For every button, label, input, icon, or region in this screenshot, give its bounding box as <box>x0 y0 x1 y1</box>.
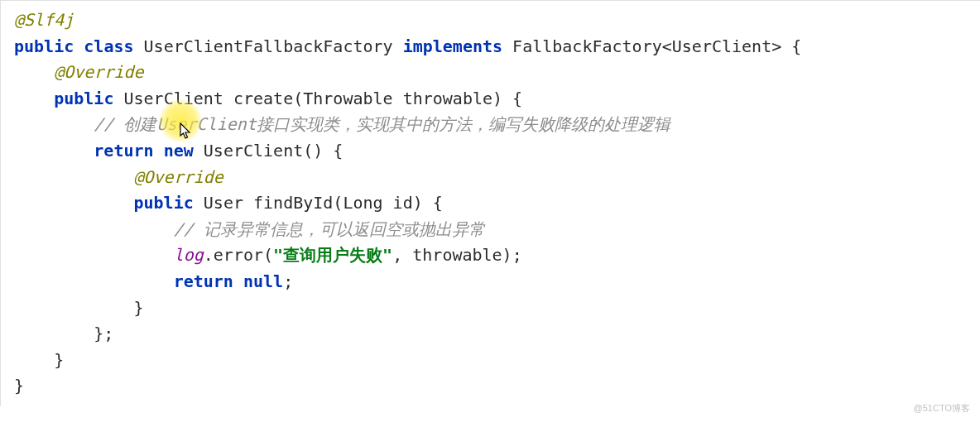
string-literal: "查询用户失败" <box>273 245 392 265</box>
class-name: UserClientFallbackFactory <box>144 36 393 56</box>
return-type: User <box>204 193 243 213</box>
call-open: .error( <box>204 245 273 265</box>
brace-close: } <box>14 298 144 318</box>
brace: { <box>781 36 801 56</box>
method-sig: create(Throwable throwable) { <box>233 89 522 108</box>
log-ident: log <box>174 245 204 265</box>
keyword-implements: implements <box>403 36 502 56</box>
indent <box>14 193 134 213</box>
call-close: , throwable); <box>392 245 522 265</box>
annotation: @Slf4j <box>14 10 74 30</box>
comment: // 创建UserClient接口实现类，实现其中的方法，编写失败降级的处理逻辑 <box>94 114 670 134</box>
indent <box>14 219 174 239</box>
brace-close: }; <box>14 324 113 343</box>
method-sig: findById(Long id) { <box>253 193 443 213</box>
watermark: @51CTO博客 <box>914 401 970 415</box>
indent <box>14 271 174 291</box>
brace-close: } <box>14 376 24 396</box>
keyword-return: return <box>174 271 233 291</box>
impl-type: FallbackFactory<UserClient> <box>512 36 781 56</box>
code-block: @Slf4j public class UserClientFallbackFa… <box>0 0 980 406</box>
annotation: @Override <box>134 167 223 187</box>
indent <box>14 62 54 82</box>
indent <box>14 89 54 108</box>
indent <box>14 245 174 265</box>
indent <box>14 167 134 187</box>
return-type: UserClient <box>123 89 223 108</box>
annotation: @Override <box>54 62 143 82</box>
comment: // 记录异常信息，可以返回空或抛出异常 <box>174 219 485 239</box>
new-expr: UserClient() { <box>204 141 343 161</box>
indent <box>14 141 94 161</box>
brace-close: } <box>14 350 64 370</box>
keyword-null: null <box>243 271 283 291</box>
keyword-public: public <box>54 89 113 108</box>
keyword-new: new <box>164 141 194 161</box>
keyword-public: public <box>134 193 194 213</box>
indent <box>14 114 94 134</box>
semicolon: ; <box>283 271 293 291</box>
keyword-public: public <box>14 36 74 56</box>
keyword-return: return <box>94 141 153 161</box>
keyword-class: class <box>84 36 133 56</box>
